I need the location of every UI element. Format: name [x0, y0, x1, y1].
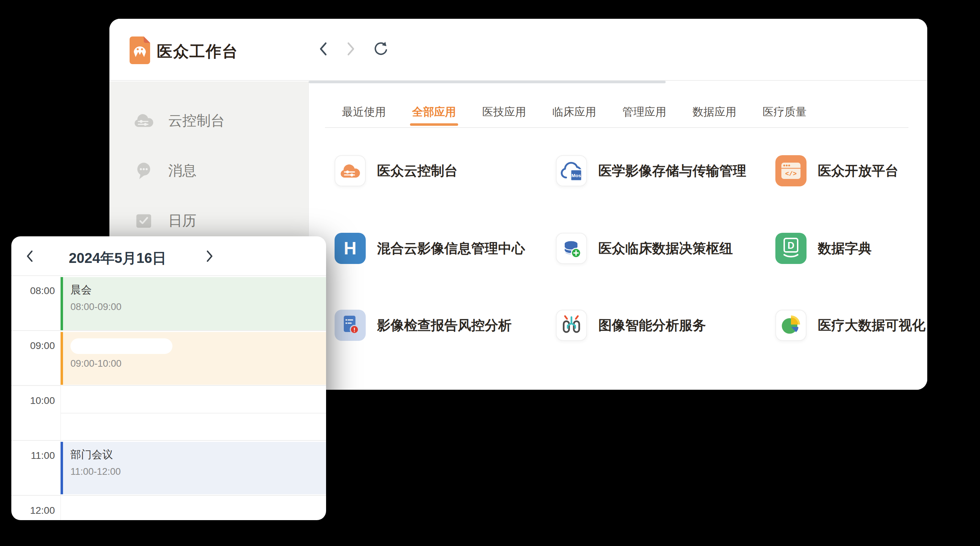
pie-chart-icon [776, 310, 806, 341]
app-bigdata-visualization[interactable]: 医疗大数据可视化 [775, 310, 927, 341]
app-card [334, 155, 366, 186]
tab-bar: 最近使用 全部应用 医技应用 临床应用 管理应用 数据应用 医疗质量 [342, 104, 807, 120]
database-plus-icon [560, 237, 582, 259]
event-time: 11:00-12:00 [70, 466, 326, 477]
dict-badge: D [788, 240, 794, 251]
cloud-sliders-icon [339, 163, 361, 179]
app-card: D [775, 233, 807, 264]
chevron-left-icon [319, 42, 328, 56]
app-label: 数据字典 [818, 239, 872, 258]
app-card [556, 233, 587, 264]
tab-quality[interactable]: 医疗质量 [763, 104, 807, 120]
app-title: 医众工作台 [157, 41, 238, 62]
app-label: 医众临床数据决策枢纽 [598, 239, 733, 258]
cloud-console-icon [134, 110, 154, 131]
forward-button[interactable] [343, 41, 359, 57]
app-label: 影像检查报告风控分析 [377, 316, 512, 334]
back-button[interactable] [315, 41, 331, 57]
sidebar-item-label: 消息 [168, 161, 197, 180]
app-label: 混合云影像信息管理中心 [377, 239, 525, 258]
calendar-panel: 2024年5月16日 08:00 09:00 10:00 11:00 12:00… [11, 236, 326, 520]
event-department-meeting[interactable]: 部门会议 11:00-12:00 [60, 442, 326, 494]
sidebar-item-calendar[interactable]: 日历 [110, 209, 309, 231]
calendar-header: 2024年5月16日 [11, 236, 326, 276]
app-card [556, 310, 587, 341]
app-cloud-console[interactable]: 医众云控制台 [334, 155, 533, 186]
hour-row-10: 10:00 [11, 386, 326, 441]
calendar-date-title: 2024年5月16日 [43, 248, 192, 268]
horizontal-scrollbar-thumb[interactable] [309, 81, 666, 83]
app-card: ! [334, 310, 366, 341]
app-label: 医众开放平台 [818, 162, 899, 180]
tab-management[interactable]: 管理应用 [622, 104, 666, 120]
chevron-right-icon [206, 250, 213, 263]
app-card: Mos [556, 155, 587, 186]
tab-all-apps[interactable]: 全部应用 [412, 104, 456, 120]
time-label: 08:00 [11, 285, 55, 297]
content-area: 最近使用 全部应用 医技应用 临床应用 管理应用 数据应用 医疗质量 医众云控制… [309, 81, 927, 390]
lungs-icon [557, 310, 586, 341]
app-hybrid-cloud-center[interactable]: H 混合云影像信息管理中心 [334, 233, 533, 264]
mos-badge: Mos [571, 173, 581, 178]
h-square-icon: H [334, 233, 366, 264]
chevron-left-icon [26, 250, 33, 263]
tab-recent[interactable]: 最近使用 [342, 104, 386, 120]
cloud-mos-icon: Mos [560, 159, 583, 182]
h-badge: H [344, 238, 356, 258]
code-badge: </> [785, 171, 797, 177]
report-alert-icon: ! [334, 310, 366, 341]
event-nine-oclock[interactable]: 09:00-10:00 [60, 332, 326, 385]
app-image-ai-analysis[interactable]: 图像智能分析服务 [556, 310, 754, 341]
tab-medtech[interactable]: 医技应用 [482, 104, 526, 120]
time-label: 11:00 [11, 450, 55, 461]
event-title: 部门会议 [70, 447, 326, 462]
app-card [775, 310, 807, 341]
calendar-next-day-button[interactable] [201, 247, 218, 265]
calendar-day-grid: 08:00 09:00 10:00 11:00 12:00 晨会 08:00-0… [11, 276, 326, 520]
app-label: 医疗大数据可视化 [818, 316, 926, 334]
sidebar-item-cloud-console[interactable]: 云控制台 [110, 110, 309, 131]
refresh-icon [373, 41, 388, 57]
event-time: 08:00-09:00 [70, 302, 326, 313]
sidebar-item-label: 云控制台 [168, 111, 225, 130]
app-report-risk-analysis[interactable]: ! 影像检查报告风控分析 [334, 310, 533, 341]
app-clinical-data-hub[interactable]: 医众临床数据决策枢纽 [556, 233, 754, 264]
dictionary-book-icon: D [775, 233, 807, 264]
app-label: 图像智能分析服务 [598, 316, 706, 334]
event-title: 晨会 [70, 283, 326, 297]
redacted-event-title [70, 338, 172, 354]
app-label: 医学影像存储与传输管理 [598, 162, 746, 180]
app-open-platform[interactable]: </> 医众开放平台 [775, 155, 927, 186]
time-label: 09:00 [11, 340, 55, 351]
tab-data[interactable]: 数据应用 [692, 104, 737, 120]
hour-row-12: 12:00 [11, 496, 326, 520]
calendar-prev-day-button[interactable] [21, 247, 38, 265]
app-logo-icon [130, 37, 150, 64]
app-data-dictionary[interactable]: D 数据字典 [775, 233, 927, 264]
window-header: 医众工作台 [110, 19, 927, 81]
message-icon [134, 160, 154, 181]
event-time: 09:00-10:00 [70, 358, 326, 369]
code-window-icon: </> [775, 155, 807, 186]
chevron-right-icon [346, 42, 355, 56]
calendar-icon [134, 210, 154, 231]
app-card: H [334, 233, 366, 264]
sidebar-item-label: 日历 [168, 211, 197, 230]
refresh-button[interactable] [373, 41, 388, 57]
alert-badge: ! [353, 327, 355, 334]
app-label: 医众云控制台 [377, 162, 458, 180]
tab-clinical[interactable]: 临床应用 [552, 104, 596, 120]
sidebar-item-messages[interactable]: 消息 [110, 160, 309, 181]
time-label: 12:00 [11, 505, 55, 516]
time-label: 10:00 [11, 395, 55, 406]
app-card: </> [775, 155, 807, 186]
event-morning-meeting[interactable]: 晨会 08:00-09:00 [60, 277, 326, 330]
tab-divider [325, 127, 908, 128]
app-image-storage[interactable]: Mos 医学影像存储与传输管理 [556, 155, 754, 186]
